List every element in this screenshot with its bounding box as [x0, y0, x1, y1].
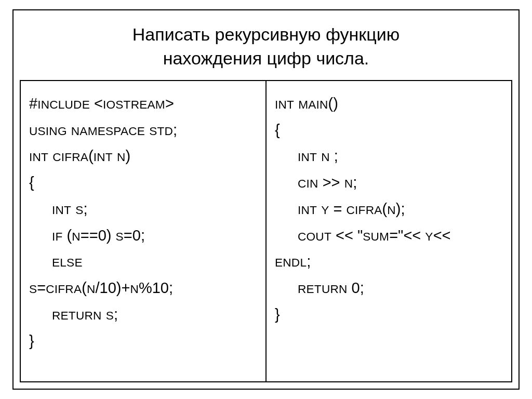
code-line: cout << "sum="<< y<< — [275, 222, 503, 249]
code-line: } — [29, 328, 257, 354]
code-line: } — [275, 301, 503, 328]
code-line: endl; — [275, 248, 503, 275]
right-code-cell: int main() { int n ; cin >> n; int y = c… — [266, 81, 512, 382]
slide-title: Написать рекурсивную функцию нахождения … — [34, 23, 498, 71]
code-line: return s; — [29, 301, 257, 328]
code-line: int s; — [29, 196, 257, 222]
code-line: int y = cifra(n); — [275, 196, 503, 222]
code-line: cin >> n; — [275, 169, 503, 196]
code-line: #include <iostream> — [29, 90, 257, 117]
code-line: { — [275, 117, 503, 143]
code-line: return 0; — [275, 275, 503, 301]
code-line: else — [29, 248, 257, 275]
code-line: int cifra(int n) — [29, 143, 257, 169]
code-line: int n ; — [275, 143, 503, 169]
title-line-2: нахождения цифр числа. — [163, 48, 369, 68]
code-line: int main() — [275, 90, 503, 117]
code-line: { — [29, 169, 257, 196]
title-area: Написать рекурсивную функцию нахождения … — [14, 10, 518, 80]
code-line: s=cifra(n/10)+n%10; — [29, 275, 257, 301]
title-line-1: Написать рекурсивную функцию — [132, 24, 400, 44]
code-line: if (n==0) s=0; — [29, 222, 257, 249]
left-code-block: #include <iostream> using namespace std;… — [29, 90, 257, 354]
code-table-wrap: #include <iostream> using namespace std;… — [14, 80, 518, 389]
slide-frame: Написать рекурсивную функцию нахождения … — [12, 9, 520, 390]
code-line: using namespace std; — [29, 117, 257, 143]
right-code-block: int main() { int n ; cin >> n; int y = c… — [275, 90, 503, 328]
left-code-cell: #include <iostream> using namespace std;… — [20, 81, 266, 382]
code-table: #include <iostream> using namespace std;… — [20, 80, 512, 382]
